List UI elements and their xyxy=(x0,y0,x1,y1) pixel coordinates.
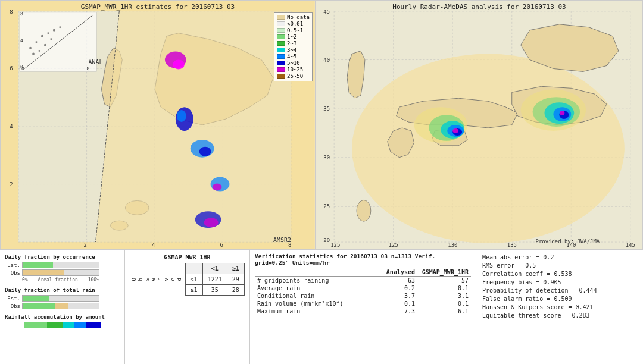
bar-track-est1 xyxy=(22,262,99,268)
val1-cond-rain: 3.7 xyxy=(382,292,417,300)
svg-text:20: 20 xyxy=(323,237,330,243)
svg-text:25: 25 xyxy=(323,203,330,209)
table-wrapper: Observed <1 ≥1 <1 1221 29 xyxy=(130,263,245,296)
stats-row-avg-rain: Average rain 0.2 0.1 xyxy=(255,284,471,292)
svg-text:0: 0 xyxy=(20,64,23,70)
legend-item-510: 5~10 xyxy=(277,60,310,66)
legend-item-45: 4~5 xyxy=(277,54,310,59)
val1-gridpoints: 63 xyxy=(382,277,417,285)
svg-point-23 xyxy=(199,147,211,156)
legend-label-23: 2~3 xyxy=(287,40,296,46)
table-row-gte1: ≥1 35 28 xyxy=(185,285,244,296)
svg-point-76 xyxy=(357,200,371,221)
legend-label-34: 3~4 xyxy=(287,47,296,53)
score-far: False alarm ratio = 0.509 xyxy=(481,294,638,303)
header-gsmap: GSMAP_MWR_1HR xyxy=(417,268,471,277)
legend-item-23: 2~3 xyxy=(277,40,310,46)
score-freq: Frequency bias = 0.905 xyxy=(481,278,638,286)
svg-text:8: 8 xyxy=(20,11,23,17)
legend-color-2550 xyxy=(277,74,285,79)
svg-text:125: 125 xyxy=(330,242,340,248)
svg-text:30: 30 xyxy=(323,155,330,161)
svg-point-34 xyxy=(59,26,61,28)
score-row-ets: Equitable threat score = 0.283 xyxy=(481,311,638,319)
occurrence-title: Daily fraction by occurrence xyxy=(5,254,120,260)
label-max-rain: Maximum rain xyxy=(255,307,382,315)
scores-table: Mean abs error = 0.2 RMS error = 0.5 Cor… xyxy=(481,253,638,319)
svg-point-27 xyxy=(204,218,219,227)
col-header-gte1: ≥1 xyxy=(227,263,244,274)
label-cond-rain: Conditional rain xyxy=(255,292,382,300)
accum-bar xyxy=(24,322,101,328)
axis-0pct: 0% xyxy=(22,277,28,283)
legend-color-45 xyxy=(277,54,285,59)
maps-section: GSMAP_MWR_1HR estimates for 20160713 03 xyxy=(0,0,643,250)
stats-table: Analysed GSMAP_MWR_1HR # gridpoints rain… xyxy=(255,268,471,315)
cell-29: 29 xyxy=(227,274,244,285)
bottom-section: Daily fraction by occurrence Est. Obs 0%… xyxy=(0,250,643,364)
bar-row-est2: Est. xyxy=(5,295,120,302)
score-row-corr: Correlation coeff = 0.538 xyxy=(481,269,638,278)
legend-item-2550: 25~50 xyxy=(277,73,310,79)
legend-label-051: 0.5~1 xyxy=(287,27,303,33)
bar-row-est1: Est. xyxy=(5,262,120,268)
obs-label: Observed xyxy=(130,278,183,281)
svg-text:35: 35 xyxy=(323,106,330,112)
svg-point-37 xyxy=(44,44,46,46)
svg-text:2: 2 xyxy=(84,242,87,248)
stats-row-rain-vol: Rain volume (mm*km²x10⁴) 0.1 0.1 xyxy=(255,300,471,307)
cell-28: 28 xyxy=(227,285,244,296)
axis-fraction-label: Areal fraction xyxy=(38,277,77,283)
bar-track-obs1 xyxy=(22,269,99,276)
score-row-pod: Probability of detection = 0.444 xyxy=(481,286,638,294)
bar-track-est2 xyxy=(22,295,99,302)
legend-label-45: 4~5 xyxy=(287,54,296,59)
verification-stats-panel: Verification statistics for 20160713 03 … xyxy=(250,250,476,364)
svg-point-35 xyxy=(32,53,35,55)
stats-row-cond-rain: Conditional rain 3.7 3.1 xyxy=(255,292,471,300)
svg-text:6: 6 xyxy=(10,65,13,71)
val1-avg-rain: 0.2 xyxy=(382,284,417,292)
axis-100pct: 100% xyxy=(88,277,99,283)
bar-chart-occurrence: Daily fraction by occurrence Est. Obs 0%… xyxy=(5,254,120,283)
score-pod: Probability of detection = 0.444 xyxy=(481,286,638,294)
bar-fill-obs1 xyxy=(23,270,64,275)
right-map-svg: 45 40 35 30 25 20 125 125 130 135 140 14… xyxy=(316,1,642,249)
stats-title: Verification statistics for 20160713 03 … xyxy=(255,253,471,266)
legend-item-nodata: No data xyxy=(277,14,310,20)
svg-text:2: 2 xyxy=(10,181,13,187)
svg-point-32 xyxy=(47,32,49,34)
bar-fill-est2 xyxy=(23,296,49,301)
svg-marker-16 xyxy=(96,11,291,242)
svg-point-36 xyxy=(38,50,40,52)
accum-bar-area xyxy=(5,322,120,328)
label-gridpoints: # gridpoints raining xyxy=(255,277,382,285)
score-mae: Mean abs error = 0.2 xyxy=(481,253,638,261)
legend-color-001 xyxy=(277,21,285,26)
bar-label-obs1: Obs xyxy=(5,270,20,276)
rain-title: Daily fraction of total rain xyxy=(5,287,120,293)
scores-panel: Mean abs error = 0.2 RMS error = 0.5 Cor… xyxy=(476,250,643,364)
legend-label-1025: 10~25 xyxy=(287,67,303,73)
val2-gridpoints: 57 xyxy=(417,277,471,285)
svg-text:AMSR2: AMSR2 xyxy=(273,237,291,243)
cell-1221: 1221 xyxy=(202,274,227,285)
svg-text:4: 4 xyxy=(152,242,155,248)
svg-point-33 xyxy=(53,29,55,32)
stats-header-row: Analysed GSMAP_MWR_1HR xyxy=(255,268,471,277)
stats-row-gridpoints: # gridpoints raining 63 57 xyxy=(255,277,471,285)
svg-text:6: 6 xyxy=(220,242,223,248)
bar-fill-obs2 xyxy=(23,303,68,309)
val1-max-rain: 7.3 xyxy=(382,307,417,315)
bar-fill-est1 xyxy=(23,262,53,268)
bar-chart-accumulation: Rainfall accumulation by amount xyxy=(5,314,120,328)
svg-point-30 xyxy=(35,41,37,43)
legend-label-001: <0.01 xyxy=(287,21,303,27)
svg-point-31 xyxy=(41,35,43,37)
legend-item-1025: 10~25 xyxy=(277,67,310,73)
legend-color-1025 xyxy=(277,67,285,72)
svg-text:Provided by: JWA/JMA: Provided by: JWA/JMA xyxy=(536,239,600,244)
row-header-lt1: <1 xyxy=(185,274,202,285)
legend-color-34 xyxy=(277,48,285,52)
legend-label-510: 5~10 xyxy=(287,60,300,66)
